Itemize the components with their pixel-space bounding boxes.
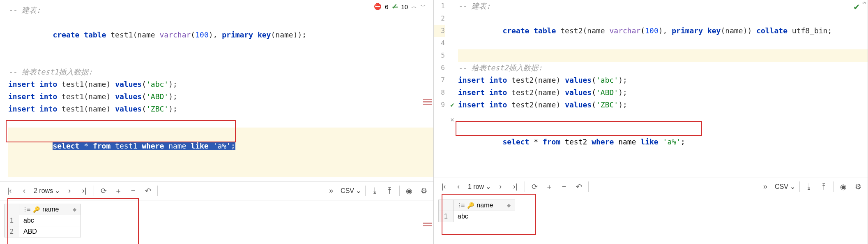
rows-label[interactable]: 2 rows ⌄: [32, 187, 62, 195]
kw-values: values: [115, 80, 142, 88]
comment: -- 建表:: [458, 2, 490, 10]
diff-marker: [423, 223, 432, 226]
ident: );: [618, 100, 627, 109]
next-page-button[interactable]: ›: [62, 184, 76, 198]
annotation-box: [6, 120, 236, 142]
kw-create: create: [53, 30, 79, 39]
more-button[interactable]: »: [758, 180, 772, 194]
upload-button[interactable]: ⭱: [817, 180, 831, 194]
kw-key: key: [707, 26, 721, 35]
export-format-selector[interactable]: CSV ⌄: [339, 187, 363, 195]
left-change-gutter: [0, 4, 5, 177]
str: 'ABD': [596, 88, 618, 97]
annotation-box: [456, 121, 702, 136]
revert-button[interactable]: ↶: [572, 180, 586, 194]
left-code-area[interactable]: -- 建表: create table test1(name varchar(1…: [0, 4, 433, 177]
str: 'a%': [663, 137, 681, 146]
left-editor[interactable]: ⛔ 6 ✓̶ 10 ︿ ﹀ -- 建表: create table test1(…: [0, 0, 433, 181]
close-gutter-icon[interactable]: ✕: [450, 114, 454, 126]
num: 100: [645, 26, 658, 35]
kw-from: from: [93, 142, 111, 150]
ident: name: [614, 137, 640, 146]
prev-page-button[interactable]: ‹: [17, 184, 31, 198]
next-page-button[interactable]: ›: [493, 180, 507, 194]
kw-collate: collate: [756, 26, 787, 35]
str: 'ZBC': [596, 100, 618, 109]
kw-values: values: [115, 92, 142, 101]
right-editor[interactable]: ✔ 1 2 3 4 5 6 7 8 9 ✔ ✕ -- 建表:: [434, 0, 868, 177]
add-row-button[interactable]: ＋: [111, 184, 125, 198]
download-button[interactable]: ⭳: [802, 180, 816, 194]
ident: (name));: [271, 30, 306, 39]
view-button[interactable]: ◉: [836, 180, 850, 194]
right-result-panel: |‹ ‹ 1 row ⌄ › ›| ⟳ ＋ − ↶ » CSV ⌄ ⭳ ⭱ ◉ …: [434, 177, 868, 244]
export-format-selector[interactable]: CSV ⌄: [773, 183, 797, 191]
csv-text: CSV: [341, 187, 354, 195]
remove-row-button[interactable]: −: [557, 180, 571, 194]
ident: name: [164, 142, 191, 150]
line-number: 9: [434, 99, 445, 111]
rows-label[interactable]: 1 row ⌄: [466, 183, 493, 191]
left-result-panel: |‹ ‹ 2 rows ⌄ › ›| ⟳ ＋ − ↶ » CSV ⌄ ⭳ ⭱ ◉…: [0, 181, 433, 244]
ident: ;: [681, 137, 685, 146]
kw-values: values: [115, 105, 142, 113]
str: 'ZBC': [146, 105, 168, 113]
revert-button[interactable]: ↶: [141, 184, 155, 198]
remove-row-button[interactable]: −: [126, 184, 140, 198]
comment: -- 给表test1插入数据:: [8, 67, 93, 76]
ident: (name)): [721, 26, 756, 35]
reload-button[interactable]: ⟳: [527, 180, 541, 194]
right-code-area[interactable]: 1 2 3 4 5 6 7 8 9 ✔ ✕ -- 建表: create tabl…: [434, 0, 868, 173]
comment: -- 建表:: [8, 6, 41, 14]
last-page-button[interactable]: ›|: [508, 180, 522, 194]
ident: utf8_bin;: [792, 26, 832, 35]
annotation-box: [442, 194, 536, 235]
left-table-area: ⫶≡ 🔑 name ◆ 1 abc 2 ABD: [0, 200, 433, 241]
ident: test1: [111, 142, 142, 150]
kw-where: where: [142, 142, 164, 150]
chevron-down-icon: ⌄: [356, 187, 361, 195]
chevron-down-icon: ⌄: [55, 187, 60, 195]
view-button[interactable]: ◉: [402, 184, 416, 198]
ident: );: [618, 76, 627, 84]
chevron-down-icon: ⌄: [790, 183, 795, 191]
kw-into: into: [39, 105, 57, 113]
kw-key: key: [258, 30, 271, 39]
line-number: 5: [434, 49, 445, 62]
separator: [365, 186, 366, 196]
add-row-button[interactable]: ＋: [542, 180, 556, 194]
separator: [399, 186, 400, 196]
kw-insert: insert: [8, 80, 35, 88]
kw-insert: insert: [458, 76, 485, 84]
first-page-button[interactable]: |‹: [2, 184, 16, 198]
str: 'ABD': [146, 92, 168, 101]
kw-create: create: [502, 26, 529, 35]
fn-varchar: varchar: [160, 30, 191, 39]
separator: [799, 181, 800, 192]
run-gutter-icon[interactable]: ✔: [450, 99, 454, 111]
first-page-button[interactable]: |‹: [437, 180, 451, 194]
ident: );: [168, 105, 177, 113]
ident: test1(name: [111, 30, 155, 39]
upload-button[interactable]: ⭱: [383, 184, 397, 198]
separator: [588, 181, 589, 192]
ident: test2(name): [511, 88, 560, 97]
settings-button[interactable]: ⚙: [851, 180, 865, 194]
str: 'abc': [596, 76, 618, 84]
more-button[interactable]: »: [324, 184, 338, 198]
line-number: 3: [434, 25, 445, 37]
last-page-button[interactable]: ›|: [77, 184, 91, 198]
rows-count-text: 1 row: [468, 183, 484, 191]
ident: test1(name): [62, 92, 111, 101]
ident: ),: [209, 30, 222, 39]
kw-primary: primary: [222, 30, 253, 39]
kw-where: where: [592, 137, 614, 146]
download-button[interactable]: ⭳: [368, 184, 382, 198]
separator: [157, 186, 158, 196]
settings-button[interactable]: ⚙: [417, 184, 431, 198]
reload-button[interactable]: ⟳: [97, 184, 111, 198]
prev-page-button[interactable]: ‹: [451, 180, 465, 194]
line-number: 4: [434, 37, 445, 49]
kw-into: into: [489, 76, 507, 84]
kw-like: like: [191, 142, 208, 150]
